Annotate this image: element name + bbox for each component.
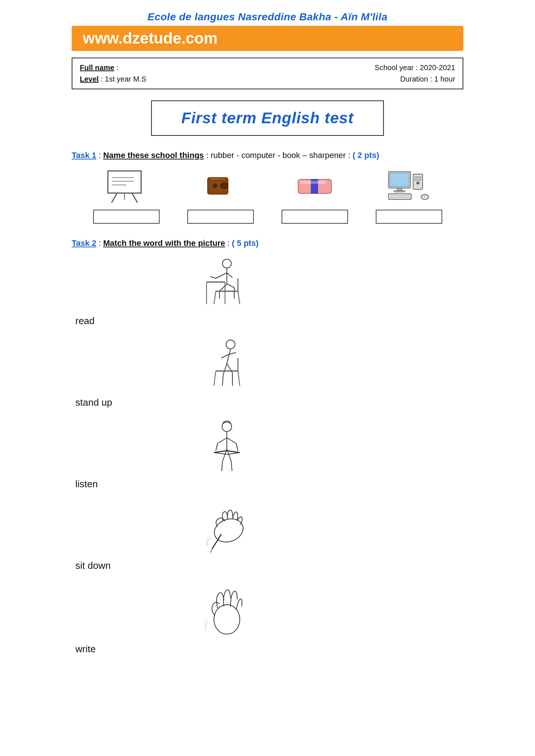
svg-rect-15 (389, 173, 409, 187)
level-label: Level : 1st year M.S (80, 75, 146, 83)
test-title: First term English test (181, 109, 354, 127)
svg-line-66 (222, 462, 222, 471)
word-read-label: read (75, 315, 463, 327)
svg-line-68 (231, 462, 232, 471)
task2-content: read (72, 256, 463, 659)
figure-listen-hand (197, 583, 256, 640)
figure-listening (197, 419, 256, 475)
task1-images (72, 168, 463, 224)
eraser-icon (293, 168, 337, 205)
figure-sitting-desk (197, 256, 256, 312)
figure-writing (197, 501, 256, 556)
answer-box-whiteboard[interactable] (93, 210, 160, 224)
task1-instruction: Name these school things (103, 151, 204, 160)
answer-box-computer[interactable] (376, 210, 442, 224)
computer-icon (387, 168, 431, 205)
svg-line-53 (214, 371, 216, 386)
task2-instruction: Match the word with the picture (103, 238, 225, 248)
svg-line-57 (218, 438, 227, 443)
info-row-name: Full name : School year : 2020-2021 (80, 63, 455, 72)
svg-line-58 (216, 443, 218, 451)
svg-line-36 (238, 291, 240, 304)
task1-label: Task 1 (72, 151, 96, 160)
word-write-label: write (75, 643, 463, 655)
figure-standing-up (197, 338, 256, 393)
svg-rect-17 (393, 190, 405, 192)
task1-item-computer (372, 168, 446, 224)
svg-point-43 (226, 340, 235, 349)
svg-point-27 (222, 259, 231, 268)
svg-rect-20 (414, 179, 421, 180)
task2-header: Task 2 : Match the word with the picture… (72, 238, 463, 248)
svg-line-61 (214, 451, 227, 453)
svg-line-31 (227, 284, 234, 288)
website-banner: www.dzetude.com (72, 26, 463, 51)
word-listen-label: listen (75, 478, 463, 490)
svg-point-21 (416, 182, 419, 184)
svg-line-35 (214, 291, 216, 304)
svg-point-8 (221, 183, 228, 189)
answer-box-sharpener[interactable] (187, 210, 254, 224)
svg-line-37 (216, 273, 227, 278)
match-row-standup (72, 338, 463, 393)
svg-rect-16 (397, 188, 402, 190)
task1-pts: ( 2 pts) (352, 151, 379, 160)
match-row-listen (72, 419, 463, 475)
sharpener-icon (198, 168, 243, 205)
task1-item-sharpener (184, 168, 258, 224)
svg-line-5 (132, 193, 137, 203)
school-year: School year : 2020-2021 (375, 63, 455, 72)
school-title: Ecole de langues Nasreddine Bakha - Aïn … (72, 11, 463, 23)
task1-item-whiteboard (89, 168, 163, 224)
svg-line-38 (210, 276, 216, 278)
task1-section: Task 1 : Name these school things : rubb… (72, 151, 463, 224)
task2-section: Task 2 : Match the word with the picture… (72, 238, 463, 659)
answer-box-eraser[interactable] (282, 210, 348, 224)
svg-line-48 (222, 375, 223, 386)
svg-line-29 (219, 284, 227, 291)
duration: Duration : 1 hour (400, 75, 455, 83)
info-box: Full name : School year : 2020-2021 Leve… (72, 58, 463, 89)
svg-line-71 (211, 549, 212, 553)
task2-pts: ( 5 pts) (232, 238, 259, 248)
svg-rect-0 (108, 171, 141, 193)
svg-line-47 (223, 364, 227, 375)
svg-line-60 (236, 443, 238, 451)
svg-rect-13 (300, 181, 326, 184)
svg-point-10 (213, 184, 217, 188)
svg-line-4 (112, 193, 117, 203)
full-name-label: Full name : (80, 63, 118, 72)
svg-rect-19 (414, 177, 421, 178)
svg-line-44 (227, 349, 231, 364)
match-row-read (72, 256, 463, 312)
match-row-sitdown (72, 501, 463, 556)
title-section: First term English test (72, 100, 463, 136)
svg-rect-22 (388, 194, 411, 199)
page: Ecole de langues Nasreddine Bakha - Aïn … (64, 0, 471, 673)
whiteboard-icon (104, 168, 149, 205)
svg-line-54 (238, 371, 240, 386)
title-box: First term English test (151, 100, 384, 136)
info-row-level: Level : 1st year M.S Duration : 1 hour (80, 75, 455, 83)
task1-header: Task 1 : Name these school things : rubb… (72, 151, 463, 160)
svg-line-45 (221, 354, 229, 358)
svg-line-39 (227, 273, 232, 278)
task1-item-eraser (278, 168, 352, 224)
word-sitdown-label: sit down (75, 560, 463, 571)
svg-line-62 (227, 451, 240, 453)
svg-point-72 (214, 605, 240, 634)
match-row-write (72, 583, 463, 640)
svg-rect-9 (209, 178, 226, 181)
svg-line-59 (227, 438, 236, 443)
svg-line-70 (212, 534, 221, 549)
word-standup-label: stand up (75, 397, 463, 408)
task2-label: Task 2 (72, 238, 96, 248)
